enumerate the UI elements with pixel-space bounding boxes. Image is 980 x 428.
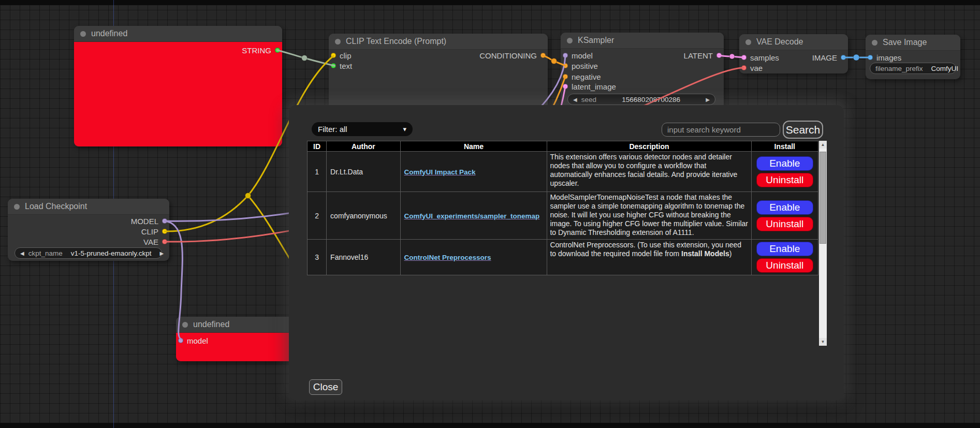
wire-clip-segment-1 xyxy=(165,196,248,231)
scroll-down-icon[interactable]: ▼ xyxy=(819,338,827,346)
input-slot-samples[interactable] xyxy=(741,55,747,60)
output-slot-string[interactable] xyxy=(275,48,280,53)
scroll-up-icon[interactable]: ▲ xyxy=(819,141,827,149)
input-slot-text[interactable] xyxy=(331,63,336,68)
input-slot-negative[interactable] xyxy=(563,74,568,79)
collapse-dot-icon[interactable] xyxy=(335,39,341,45)
decrement-arrow-icon[interactable]: ◀ xyxy=(573,97,577,102)
reroute-dot[interactable] xyxy=(245,193,251,199)
increment-arrow-icon[interactable]: ▶ xyxy=(160,250,164,256)
uninstall-button[interactable]: Uninstall xyxy=(756,217,813,231)
node-title-bar[interactable]: VAE Decode xyxy=(739,34,848,50)
extension-id: 2 xyxy=(308,192,327,240)
reroute-dot[interactable] xyxy=(729,54,735,59)
collapse-dot-icon[interactable] xyxy=(80,31,86,37)
chevron-down-icon: ▾ xyxy=(403,125,406,133)
node-vae-decode[interactable]: VAE Decode samples vae IMAGE xyxy=(739,34,848,73)
node-clip-text-encode[interactable]: CLIP Text Encode (Prompt) clip text COND… xyxy=(329,34,548,111)
output-slot-conditioning[interactable] xyxy=(540,53,546,58)
output-slot-clip[interactable] xyxy=(162,229,167,234)
ckpt-name-widget[interactable]: ◀ ckpt_name v1-5-pruned-emaonly.ckpt ▶ xyxy=(14,247,162,259)
input-slot-model[interactable] xyxy=(563,53,568,58)
enable-button[interactable]: Enable xyxy=(756,200,813,215)
extension-name: ComfyUI_experiments/sampler_tonemap xyxy=(400,192,547,240)
reroute-dot[interactable] xyxy=(302,55,308,61)
input-slot-latent-image[interactable] xyxy=(563,84,568,89)
filename-prefix-widget[interactable]: filename_prefix ComfyUI xyxy=(870,63,956,74)
node-body: STRING xyxy=(74,42,282,146)
node-undefined-top[interactable]: undefined STRING xyxy=(74,26,282,146)
extension-author: Dr.Lt.Data xyxy=(327,152,400,192)
node-title-bar[interactable]: KSampler xyxy=(561,33,724,49)
output-slot-latent[interactable] xyxy=(716,53,722,58)
node-body: model positive negative latent_image LAT… xyxy=(561,49,724,110)
output-slot-vae[interactable] xyxy=(162,239,167,244)
output-slot-model[interactable] xyxy=(162,218,167,224)
node-body: MODEL CLIP VAE ◀ ckpt_name v1-5-pruned-e… xyxy=(8,215,169,261)
node-save-image[interactable]: Save Image images filename_prefix ComfyU… xyxy=(866,35,960,79)
node-title-bar[interactable]: undefined xyxy=(74,26,282,42)
collapse-dot-icon[interactable] xyxy=(872,40,877,46)
output-label: VAE xyxy=(143,238,158,246)
input-label: model xyxy=(187,336,208,345)
extension-install-cell: EnableUninstall xyxy=(751,192,818,240)
input-slot-positive[interactable] xyxy=(563,63,568,68)
scrollbar-thumb[interactable] xyxy=(820,152,826,244)
input-slot-images[interactable] xyxy=(868,55,873,60)
widget-value: v1-5-pruned-emaonly.ckpt xyxy=(71,249,152,257)
close-button[interactable]: Close xyxy=(309,379,342,395)
extension-link[interactable]: ComfyUI_experiments/sampler_tonemap xyxy=(404,212,540,220)
output-label: CONDITIONING xyxy=(479,51,537,60)
node-ksampler[interactable]: KSampler model positive negative latent_… xyxy=(561,33,724,110)
extension-link[interactable]: ComfyUI Impact Pack xyxy=(404,168,476,176)
extension-id: 1 xyxy=(308,152,327,192)
seed-widget[interactable]: ◀ seed 156680208700286 ▶ xyxy=(567,94,715,105)
node-body: model xyxy=(176,333,292,361)
node-body: samples vae IMAGE xyxy=(739,50,848,73)
extension-row: 1Dr.Lt.DataComfyUI Impact PackThis exten… xyxy=(308,152,818,192)
extension-description: ControlNet Preprocessors. (To use this e… xyxy=(547,240,751,275)
extension-row: 2comfyanonymousComfyUI_experiments/sampl… xyxy=(308,192,818,240)
enable-button[interactable]: Enable xyxy=(756,242,813,256)
search-button[interactable]: Search xyxy=(783,121,823,139)
filter-dropdown[interactable]: Filter: all ▾ xyxy=(312,122,413,136)
extension-name: ComfyUI Impact Pack xyxy=(400,152,547,192)
input-label: clip xyxy=(340,51,352,60)
input-slot-vae[interactable] xyxy=(741,65,747,70)
reroute-dot[interactable] xyxy=(551,58,557,64)
node-load-checkpoint[interactable]: Load Checkpoint MODEL CLIP VAE ◀ ckpt_na… xyxy=(8,199,169,261)
node-undefined-bottom[interactable]: undefined model xyxy=(176,317,292,361)
node-title-bar[interactable]: Load Checkpoint xyxy=(8,199,169,215)
increment-arrow-icon[interactable]: ▶ xyxy=(706,97,710,102)
column-header-description: Description xyxy=(547,141,751,152)
extension-row: 3Fannovel16ControlNet PreprocessorsContr… xyxy=(308,240,818,275)
collapse-dot-icon[interactable] xyxy=(14,204,20,210)
output-label: STRING xyxy=(242,46,271,55)
column-header-install: Install xyxy=(751,141,818,152)
search-input[interactable] xyxy=(662,123,780,137)
table-scrollbar[interactable]: ▲ ▼ xyxy=(819,141,827,346)
canvas-top-edge xyxy=(0,0,980,5)
extension-link[interactable]: ControlNet Preprocessors xyxy=(404,254,491,261)
input-label: samples xyxy=(750,53,779,62)
node-title-bar[interactable]: Save Image xyxy=(866,35,960,51)
collapse-dot-icon[interactable] xyxy=(567,38,573,43)
node-title-bar[interactable]: CLIP Text Encode (Prompt) xyxy=(329,34,548,50)
uninstall-button[interactable]: Uninstall xyxy=(756,258,813,273)
extension-author: comfyanonymous xyxy=(327,192,400,240)
input-slot-model[interactable] xyxy=(178,338,183,343)
uninstall-button[interactable]: Uninstall xyxy=(756,173,813,187)
node-title: VAE Decode xyxy=(756,37,803,47)
enable-button[interactable]: Enable xyxy=(756,156,813,171)
decrement-arrow-icon[interactable]: ◀ xyxy=(20,250,24,256)
node-title-bar[interactable]: undefined xyxy=(176,317,292,333)
node-title: CLIP Text Encode (Prompt) xyxy=(346,37,446,46)
output-slot-image[interactable] xyxy=(841,55,846,60)
collapse-dot-icon[interactable] xyxy=(745,39,751,45)
input-slot-clip[interactable] xyxy=(331,53,336,58)
extension-author: Fannovel16 xyxy=(327,240,400,275)
widget-value: 156680208700286 xyxy=(622,96,680,104)
collapse-dot-icon[interactable] xyxy=(182,322,188,328)
wire-string-to-text xyxy=(277,50,334,66)
reroute-dot[interactable] xyxy=(853,54,859,61)
